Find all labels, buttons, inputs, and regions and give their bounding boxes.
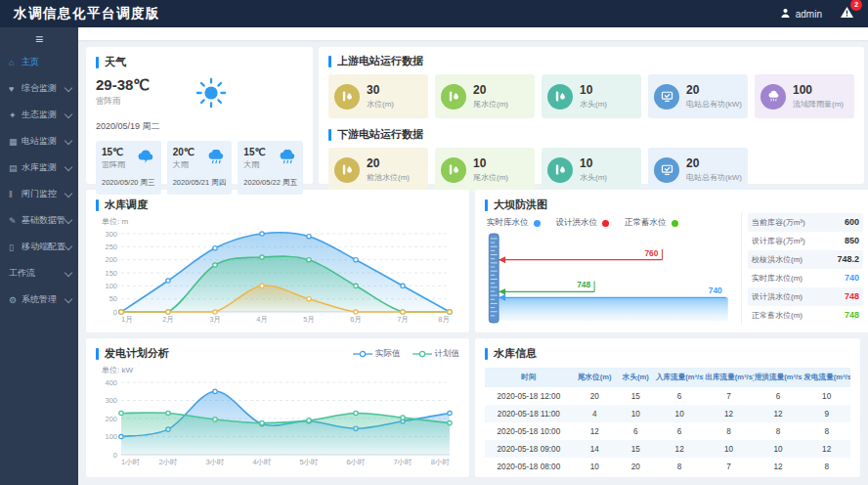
sidebar-item-gate-monitor[interactable]: ‖ 闸门监控: [0, 181, 78, 207]
legend-dot-icon: [602, 220, 609, 227]
generation-plan-card: 发电计划分析 实际值计划值 单位: kW 01002003004001小时2小时…: [86, 338, 469, 477]
dam-flood-diagram: 760748740: [485, 232, 733, 325]
dam-legend-item[interactable]: 正常蓄水位: [625, 217, 678, 229]
dam-stat-label: 设计洪水位(m): [752, 291, 803, 302]
legend-dot-icon: [534, 220, 541, 227]
stat-card: 30 水位(m): [328, 74, 428, 118]
title-accent-bar: [96, 348, 99, 360]
stat-label: 水头(m): [580, 99, 607, 110]
table-cell: 7: [704, 387, 753, 405]
svg-text:2小时: 2小时: [158, 458, 178, 466]
weather-card: 天气 29-38℃ 雷阵雨: [86, 47, 313, 184]
svg-text:150: 150: [105, 269, 117, 278]
reservoir-dispatch-chart[interactable]: 0501001502002503001月2月3月4月5月6月7月8月: [96, 228, 457, 324]
toolbar-strip: [78, 27, 868, 40]
table-row[interactable]: 2020-05-18 10:001266888: [485, 422, 850, 440]
temperature-range: 29-38℃: [96, 76, 150, 94]
menu-toggle[interactable]: ≡: [0, 27, 78, 49]
table-cell: 10: [754, 440, 803, 458]
sidebar-item-label: 系统管理: [22, 293, 65, 306]
upstream-stats-row: 30 水位(m) 20 尾水位(m): [328, 74, 854, 118]
dam-stat-value: 600: [845, 217, 859, 227]
svg-text:1小时: 1小时: [121, 458, 141, 466]
water-level-icon: [334, 84, 360, 110]
sidebar-item-eco-monitor[interactable]: ✦ 生态监测: [0, 102, 78, 128]
stat-value: 10: [473, 156, 508, 170]
stat-card: 20 前池水位(m): [328, 148, 428, 192]
sidebar-item-工作流[interactable]: 工作流: [0, 260, 78, 287]
dam-stats-panel: 当前库容(万m³) 600 设计库容(万m³) 850 校核洪水位(m) 748…: [741, 212, 863, 325]
table-row[interactable]: 2020-05-18 09:00141512101012: [485, 440, 850, 458]
stat-card: 20 尾水位(m): [435, 74, 535, 118]
svg-text:200: 200: [105, 415, 117, 423]
table-cell: 12: [655, 440, 704, 458]
table-cell: 8: [803, 458, 850, 475]
dam-flood-title-text: 大坝防洪图: [494, 198, 547, 212]
sidebar-item-system-settings[interactable]: ⚙ 系统管理: [0, 287, 78, 313]
alert-button[interactable]: 2: [840, 5, 854, 22]
active-power-icon: [654, 84, 679, 110]
table-cell: 2020-05-18 08:00: [485, 458, 573, 475]
svg-text:7月: 7月: [397, 315, 409, 324]
sidebar-item-station-monitor[interactable]: ▦ 电站监测: [0, 128, 78, 154]
sidebar-item-integrated-monitor[interactable]: ♥ 综合监测: [0, 75, 78, 102]
eco-monitor-icon: ✦: [9, 110, 22, 120]
forecast-date: 2020/05/22 周五: [243, 178, 297, 188]
svg-text:5月: 5月: [303, 315, 315, 324]
forecast-date: 2020/05/21 周四: [173, 178, 227, 188]
sidebar-item-label: 主页: [22, 56, 73, 68]
header-actions: admin 2: [780, 5, 854, 22]
sidebar-item-home[interactable]: ⌂ 主页: [0, 49, 78, 75]
svg-text:4小时: 4小时: [252, 458, 272, 466]
generation-title-text: 发电计划分析: [105, 346, 169, 361]
dam-stat-value: 748: [845, 310, 859, 320]
table-cell: 10: [573, 458, 617, 475]
svg-text:100: 100: [105, 282, 117, 290]
stat-card: 10 尾水位(m): [435, 148, 535, 192]
legend-item[interactable]: 实际值: [353, 348, 401, 360]
sidebar: ≡ ⌂ 主页 ♥ 综合监测 ✦ 生态监测 ▦ 电站监测: [0, 27, 78, 485]
stat-value: 20: [367, 156, 410, 170]
generation-title: 发电计划分析: [96, 346, 169, 361]
title-accent-bar: [485, 348, 488, 360]
chevron-down-icon: [65, 189, 72, 197]
generation-plan-chart[interactable]: 01002003004001小时2小时3小时4小时5小时6小时7小时8小时: [96, 376, 457, 466]
weather-title-text: 天气: [105, 55, 126, 69]
stat-label: 前池水位(m): [367, 172, 410, 183]
stat-value: 10: [580, 83, 607, 97]
stations-card: 上游电站运行数据 30 水位(m) 20: [319, 47, 864, 184]
stat-card: 20 电站总有功(kW): [648, 148, 748, 192]
table-row[interactable]: 2020-05-18 08:00102087128: [485, 458, 850, 475]
legend-item[interactable]: 计划值: [412, 348, 460, 360]
dam-legend-item[interactable]: 设计洪水位: [556, 217, 610, 229]
sidebar-item-reservoir-monitor[interactable]: ▤ 水库监测: [0, 154, 78, 181]
user-menu[interactable]: admin: [780, 8, 822, 21]
weather-date: 2020/05/19 周二: [96, 120, 303, 133]
sidebar-item-label: 工作流: [9, 267, 65, 280]
tailwater-level-icon: [441, 157, 466, 183]
sidebar-item-mobile-config[interactable]: ▯ 移动端配置: [0, 234, 78, 260]
dam-legend-item[interactable]: 实时库水位: [487, 217, 541, 229]
table-column-header: 泄洪流量(m³/s): [754, 368, 803, 387]
chevron-down-icon: [65, 294, 72, 302]
reservoir-dispatch-card: 水库调度 单位: m 0501001502002503001月2月3月4月5月6…: [86, 190, 469, 332]
table-cell: 12: [573, 422, 617, 440]
sidebar-item-label: 生态监测: [22, 109, 65, 121]
app-header: 水调信息化平台调度版 admin 2: [0, 0, 868, 27]
weather-current: 29-38℃ 雷阵雨: [96, 76, 303, 113]
svg-text:2月: 2月: [162, 315, 174, 324]
svg-text:100: 100: [105, 432, 117, 441]
table-row[interactable]: 2020-05-18 11:004101012129: [485, 405, 850, 422]
stat-value: 20: [473, 83, 508, 97]
sidebar-item-label: 水库监测: [22, 161, 65, 174]
sidebar-nav: ⌂ 主页 ♥ 综合监测 ✦ 生态监测 ▦ 电站监测 ▤ 水库: [0, 49, 78, 313]
downstream-title: 下游电站运行数据: [328, 127, 854, 142]
table-column-header: 入库流量(m³/s): [655, 368, 704, 387]
forebay-level-icon: [334, 157, 360, 183]
sidebar-item-base-data[interactable]: ✎ 基础数据管理: [0, 207, 78, 234]
table-row[interactable]: 2020-05-18 12:00201567610: [485, 387, 850, 405]
svg-text:740: 740: [709, 286, 722, 295]
user-name: admin: [796, 9, 822, 20]
table-cell: 8: [655, 458, 704, 475]
water-head-icon: [547, 157, 573, 183]
